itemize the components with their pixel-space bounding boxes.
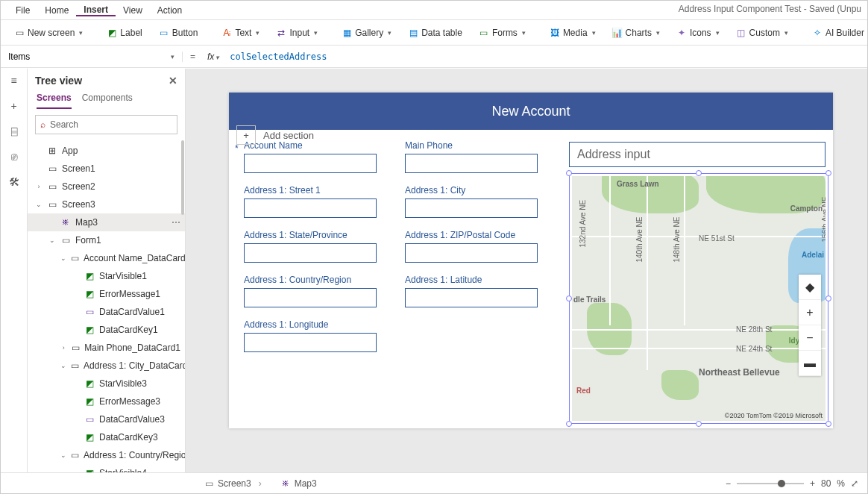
property-selector[interactable]: Items ▾	[1, 51, 183, 62]
chevron-down-icon: ▾	[656, 29, 660, 37]
tree-node-datacardkey1[interactable]: ◩DataCardKey1	[28, 321, 185, 339]
tab-screens[interactable]: Screens	[37, 93, 72, 109]
ai-builder-button[interactable]: ✧AI Builder▾	[806, 23, 868, 43]
gallery-button[interactable]: ▦Gallery▾	[336, 23, 397, 43]
insert-icon[interactable]: +	[7, 99, 22, 113]
map-zoom-out-button[interactable]: −	[799, 325, 821, 351]
tree-node-screen2[interactable]: ›▭Screen2	[28, 178, 185, 196]
input-state[interactable]	[244, 243, 377, 263]
zoom-slider[interactable]	[737, 483, 804, 484]
tree-label: Screen2	[62, 181, 95, 192]
slider-knob[interactable]	[778, 480, 785, 487]
data-icon[interactable]: ⌸	[7, 124, 22, 139]
forms-button[interactable]: ▭Forms▾	[473, 23, 532, 43]
label-icon: ◩	[84, 289, 95, 299]
map-control[interactable]: Grass Lawn Campton Adelai NE 51st St 132…	[572, 176, 825, 421]
menu-action[interactable]: Action	[150, 5, 189, 16]
menu-view[interactable]: View	[116, 5, 150, 16]
address-input[interactable]: Address input	[569, 142, 825, 167]
map-compass-button[interactable]: ◆	[799, 275, 821, 300]
fit-icon[interactable]: ⤢	[851, 478, 858, 489]
input-longitude[interactable]	[244, 333, 377, 352]
close-icon[interactable]: ✕	[169, 75, 177, 87]
search-input[interactable]: ⌕ Search	[35, 115, 177, 134]
map-pitch-button[interactable]: ▬	[799, 351, 821, 376]
media-rail-icon[interactable]: ⎚	[7, 149, 22, 164]
add-section-button[interactable]: + Add section	[236, 125, 314, 145]
input-country[interactable]	[244, 288, 377, 307]
media-button[interactable]: 🖼Media▾	[544, 23, 602, 43]
resize-handle[interactable]	[825, 170, 831, 176]
button-button[interactable]: ▭Button	[153, 23, 204, 43]
input-account-name[interactable]	[244, 154, 377, 173]
button-label: Button	[172, 28, 198, 38]
tree-view-icon[interactable]: ≡	[7, 73, 22, 88]
formula-input[interactable]: colSelectedAddress	[224, 51, 867, 62]
icons-button[interactable]: ✦Icons▾	[670, 23, 726, 43]
tree-node-datacardvalue3[interactable]: ▭DataCardValue3	[28, 410, 185, 428]
tree-node-form1[interactable]: ⌄▭Form1	[28, 231, 185, 249]
map-controls: ◆ + − ▬	[799, 275, 821, 376]
data-table-icon: ▤	[408, 28, 418, 38]
resize-handle[interactable]	[566, 170, 572, 176]
tree-node-screen1[interactable]: ▭Screen1	[28, 160, 185, 178]
input-button[interactable]: ⇄Input▾	[270, 23, 324, 43]
tree-node-mainphone-card[interactable]: ›▭Main Phone_DataCard1	[28, 339, 185, 357]
tree-node-starvisible4[interactable]: ◩StarVisible4	[28, 464, 185, 472]
resize-handle[interactable]	[825, 296, 831, 301]
tree-node-city-card[interactable]: ⌄▭Address 1: City_DataCard1	[28, 357, 185, 375]
resize-handle[interactable]	[825, 421, 831, 427]
tree-node-datacardkey3[interactable]: ◩DataCardKey3	[28, 428, 185, 446]
menu-home[interactable]: Home	[37, 5, 76, 16]
data-table-button[interactable]: ▤Data table	[402, 23, 468, 43]
advanced-tools-icon[interactable]: 🛠	[7, 175, 22, 190]
new-screen-button[interactable]: ▭ New screen▾	[8, 23, 89, 43]
tree-node-country-card[interactable]: ⌄▭Address 1: Country/Region_DataCarc	[28, 446, 185, 464]
more-icon[interactable]: ⋯	[172, 217, 180, 228]
tree-node-starvisible1[interactable]: ◩StarVisible1	[28, 267, 185, 285]
input-latitude[interactable]	[405, 288, 538, 307]
label-street1: Address 1: Street 1	[244, 185, 378, 196]
menu-insert[interactable]: Insert	[76, 4, 116, 16]
tree-node-screen3[interactable]: ⌄▭Screen3	[28, 196, 185, 213]
breadcrumb-screen3[interactable]: ▭Screen3›	[199, 475, 268, 492]
resize-handle[interactable]	[696, 421, 702, 427]
scrollbar-thumb[interactable]	[181, 140, 184, 215]
custom-icon: ◫	[736, 28, 746, 38]
tree-node-datacardvalue1[interactable]: ▭DataCardValue1	[28, 303, 185, 321]
input-street1[interactable]	[244, 198, 377, 218]
input-city[interactable]	[405, 198, 538, 218]
canvas[interactable]: New Account * Account Name Main Phone Ad…	[186, 69, 867, 472]
address-input-placeholder: Address input	[577, 148, 650, 161]
resize-handle[interactable]	[566, 296, 572, 301]
label-state: Address 1: State/Province	[244, 230, 378, 240]
data-table-label: Data table	[421, 28, 462, 38]
map-zoom-in-button[interactable]: +	[799, 300, 821, 325]
chevron-down-icon: ▾	[171, 53, 174, 60]
tab-components[interactable]: Components	[82, 93, 133, 109]
menu-file[interactable]: File	[8, 5, 37, 16]
tree-node-errormessage3[interactable]: ◩ErrorMessage3	[28, 393, 185, 410]
text-button[interactable]: AᵢText▾	[216, 23, 265, 43]
resize-handle[interactable]	[566, 421, 572, 427]
ribbon: ▭ New screen▾ ◩Label ▭Button AᵢText▾ ⇄In…	[1, 20, 867, 46]
tree-node-accname-card[interactable]: ⌄▭Account Name_DataCard1	[28, 249, 185, 267]
formula-bar: Items ▾ = fx▾ colSelectedAddress	[1, 46, 867, 68]
breadcrumb-map3[interactable]: ⛯Map3	[275, 475, 323, 492]
tree-node-map3[interactable]: ⛯Map3⋯	[28, 213, 185, 231]
custom-button[interactable]: ◫Custom▾	[730, 23, 794, 43]
chevron-down-icon: ▾	[592, 29, 596, 37]
chevron-down-icon: ▾	[716, 29, 720, 37]
breadcrumb-label: Screen3	[218, 478, 251, 489]
tree-node-app[interactable]: ⊞App	[28, 142, 185, 160]
input-main-phone[interactable]	[405, 154, 538, 173]
zoom-in-button[interactable]: +	[810, 478, 815, 489]
resize-handle[interactable]	[696, 170, 702, 176]
input-zip[interactable]	[405, 243, 538, 263]
charts-button[interactable]: 📊Charts▾	[606, 23, 666, 43]
label-button[interactable]: ◩Label	[101, 23, 148, 43]
tree-node-errormessage1[interactable]: ◩ErrorMessage1	[28, 285, 185, 303]
tree-node-starvisible3[interactable]: ◩StarVisible3	[28, 375, 185, 393]
zoom-out-button[interactable]: −	[726, 478, 731, 489]
card-icon: ▭	[71, 343, 80, 353]
